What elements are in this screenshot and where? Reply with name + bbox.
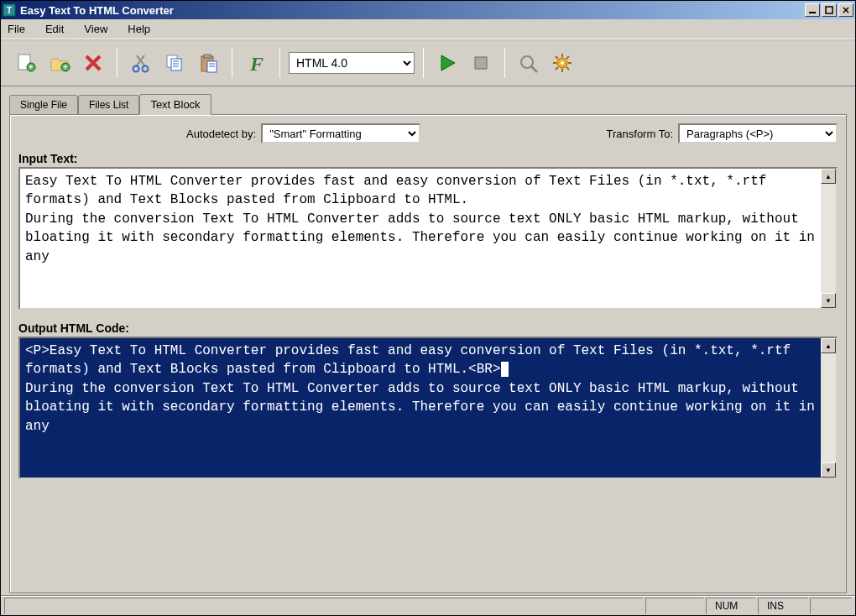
transform-label: Transform To:: [607, 128, 673, 140]
svg-rect-2: [809, 12, 816, 13]
svg-rect-23: [204, 55, 211, 58]
svg-text:+: +: [29, 63, 33, 71]
output-selected[interactable]: <P>Easy Text To HTML Converter provides …: [25, 343, 799, 377]
tab-text-block[interactable]: Text Block: [139, 94, 211, 115]
input-scrollbar[interactable]: ▲ ▼: [821, 169, 836, 308]
toolbar-separator: [423, 48, 424, 78]
close-button[interactable]: [838, 3, 853, 17]
menu-view[interactable]: View: [84, 23, 107, 35]
cut-icon[interactable]: [126, 48, 156, 78]
svg-rect-3: [826, 7, 833, 13]
toolbar-separator: [504, 48, 505, 78]
statusbar: NUM INS: [1, 595, 855, 615]
window-title: Easy Text To HTML Converter: [20, 4, 174, 17]
open-file-icon[interactable]: +: [44, 48, 75, 78]
svg-point-16: [143, 66, 149, 72]
run-icon[interactable]: [432, 48, 462, 78]
output-rest[interactable]: During the conversion Text To HTML Conve…: [25, 381, 821, 434]
scroll-track[interactable]: [821, 353, 836, 462]
toolbar-separator: [279, 48, 280, 78]
svg-line-40: [556, 67, 558, 70]
toolbar-separator: [232, 48, 232, 78]
app-icon: T: [3, 3, 16, 17]
transform-select[interactable]: Paragraphs (<P>): [678, 123, 838, 144]
format-icon[interactable]: F: [241, 48, 271, 78]
status-num: NUM: [706, 598, 756, 614]
output-scrollbar[interactable]: ▲ ▼: [821, 338, 836, 478]
toolbar-separator: [117, 48, 117, 78]
stop-icon[interactable]: [466, 48, 496, 78]
scroll-down-icon[interactable]: ▼: [821, 293, 836, 308]
maximize-button[interactable]: [822, 3, 837, 17]
toolbar: + + F HTML 4.0: [1, 39, 855, 86]
html-version-select[interactable]: HTML 4.0: [289, 52, 415, 74]
app-window: T Easy Text To HTML Converter File Edit …: [0, 0, 856, 616]
content-area: Single File Files List Text Block Autode…: [1, 86, 855, 595]
svg-point-30: [521, 56, 533, 68]
paste-icon[interactable]: [193, 48, 223, 78]
svg-line-37: [556, 56, 558, 59]
options-row: Autodetect by: "Smart" Formatting Transf…: [18, 123, 838, 144]
copy-icon[interactable]: [159, 48, 190, 78]
tab-files-list[interactable]: Files List: [78, 95, 139, 115]
tabs: Single File Files List Text Block: [9, 93, 847, 115]
svg-point-15: [133, 66, 139, 72]
status-message: [4, 598, 644, 614]
scroll-up-icon[interactable]: ▲: [821, 338, 836, 353]
scroll-track[interactable]: [821, 184, 836, 293]
svg-point-41: [561, 61, 564, 65]
settings-icon[interactable]: [547, 48, 577, 78]
menu-edit[interactable]: Edit: [45, 23, 64, 35]
input-label: Input Text:: [18, 152, 838, 165]
menu-file[interactable]: File: [8, 23, 25, 35]
autodetect-select[interactable]: "Smart" Formatting: [261, 123, 420, 144]
output-text-content[interactable]: <P>Easy Text To HTML Converter provides …: [20, 338, 821, 478]
window-buttons: [805, 3, 853, 17]
minimize-button[interactable]: [805, 3, 820, 17]
input-text-content[interactable]: Easy Text To HTML Converter provides fas…: [20, 169, 821, 308]
status-empty-2: [810, 598, 852, 614]
svg-marker-28: [441, 55, 455, 70]
svg-line-31: [531, 66, 537, 72]
svg-rect-18: [171, 59, 181, 70]
svg-line-39: [566, 56, 569, 59]
new-file-icon[interactable]: +: [11, 48, 41, 78]
status-empty-1: [645, 598, 704, 614]
tab-panel: Autodetect by: "Smart" Formatting Transf…: [9, 114, 847, 593]
scroll-up-icon[interactable]: ▲: [821, 169, 836, 184]
output-label: Output HTML Code:: [18, 321, 838, 335]
scroll-down-icon[interactable]: ▼: [821, 462, 836, 478]
svg-line-38: [566, 67, 569, 70]
delete-icon[interactable]: [78, 48, 108, 78]
tab-single-file[interactable]: Single File: [9, 95, 78, 115]
menubar: File Edit View Help: [1, 19, 855, 39]
svg-text:F: F: [249, 53, 264, 74]
menu-help[interactable]: Help: [128, 23, 150, 35]
svg-text:+: +: [63, 63, 67, 71]
output-text-area[interactable]: <P>Easy Text To HTML Converter provides …: [18, 337, 838, 479]
preview-icon[interactable]: [514, 48, 544, 78]
input-text-area[interactable]: Easy Text To HTML Converter provides fas…: [18, 167, 838, 310]
svg-rect-29: [475, 57, 487, 69]
svg-text:T: T: [7, 6, 12, 15]
status-ins: INS: [758, 598, 808, 614]
titlebar: T Easy Text To HTML Converter: [1, 1, 855, 19]
autodetect-label: Autodetect by:: [186, 128, 256, 140]
